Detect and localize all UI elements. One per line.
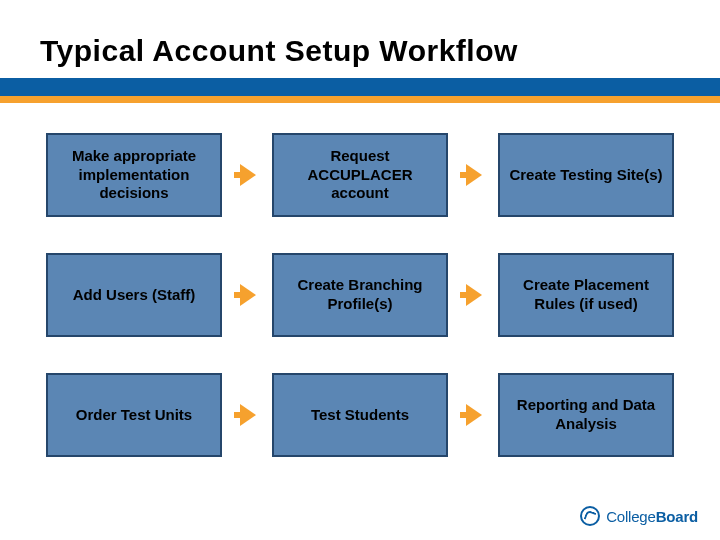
divider-blue [0,78,720,96]
arrow-icon [240,164,256,186]
arrow-icon [466,284,482,306]
divider-orange [0,96,720,103]
step-7: Order Test Units [46,373,222,457]
arrow-icon [466,404,482,426]
step-label: Create Testing Site(s) [509,166,662,185]
brand-prefix: College [606,508,655,525]
collegeboard-wordmark: CollegeBoard [606,508,698,525]
step-label: Create Branching Profile(s) [282,276,438,314]
step-3: Create Testing Site(s) [498,133,674,217]
step-6: Create Placement Rules (if used) [498,253,674,337]
step-label: Request ACCUPLACER account [282,147,438,203]
step-label: Create Placement Rules (if used) [508,276,664,314]
step-9: Reporting and Data Analysis [498,373,674,457]
brand-bold: Board [656,508,698,525]
step-2: Request ACCUPLACER account [272,133,448,217]
step-label: Test Students [311,406,409,425]
arrow-icon [240,404,256,426]
step-5: Create Branching Profile(s) [272,253,448,337]
workflow-grid: Make appropriate implementation decision… [0,103,720,467]
step-1: Make appropriate implementation decision… [46,133,222,217]
title-band: Typical Account Setup Workflow [0,0,720,78]
step-label: Reporting and Data Analysis [508,396,664,434]
arrow-icon [240,284,256,306]
step-label: Order Test Units [76,406,192,425]
arrow-icon [466,164,482,186]
page-title: Typical Account Setup Workflow [40,34,680,68]
step-4: Add Users (Staff) [46,253,222,337]
collegeboard-icon [580,506,600,526]
step-label: Add Users (Staff) [73,286,196,305]
step-8: Test Students [272,373,448,457]
step-label: Make appropriate implementation decision… [56,147,212,203]
footer-logo: CollegeBoard [580,506,698,526]
